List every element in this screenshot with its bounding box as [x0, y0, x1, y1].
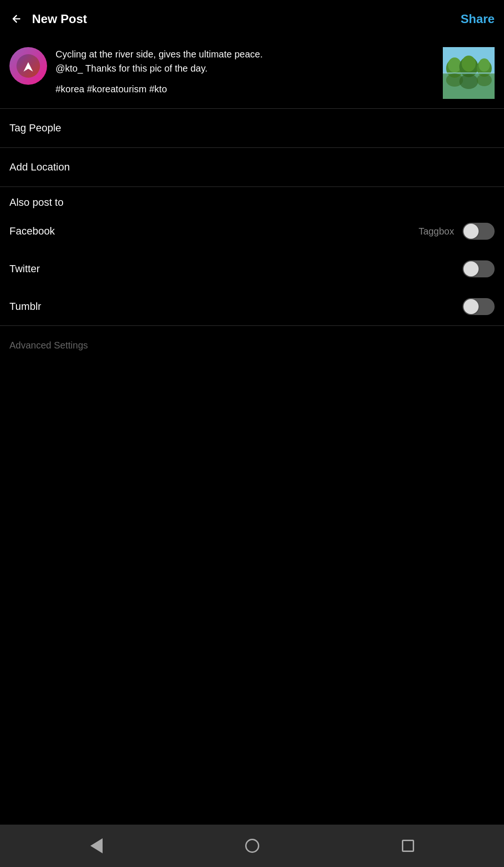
svg-point-6 — [462, 56, 476, 72]
facebook-toggle-knob — [464, 224, 479, 239]
tumblr-row: Tumblr — [9, 288, 495, 325]
header: New Post Share — [0, 0, 504, 38]
svg-point-4 — [448, 57, 461, 73]
post-preview: Cycling at the river side, gives the ult… — [0, 38, 504, 108]
also-post-section: Also post to Facebook Taggbox Twitter Tu… — [0, 187, 504, 325]
svg-rect-13 — [443, 73, 495, 73]
twitter-toggle-knob — [464, 261, 479, 276]
home-circle-icon — [245, 839, 259, 853]
post-hashtags: #korea #koreatourism #kto — [56, 84, 434, 95]
facebook-label: Facebook — [9, 225, 55, 237]
svg-point-12 — [477, 74, 492, 86]
advanced-settings-label: Advanced Settings — [9, 340, 88, 350]
tumblr-toggle-knob — [464, 299, 479, 314]
twitter-row: Twitter — [9, 250, 495, 288]
svg-point-11 — [459, 74, 478, 89]
advanced-settings-section[interactable]: Advanced Settings — [0, 326, 504, 825]
page-title: New Post — [32, 12, 461, 26]
facebook-toggle[interactable] — [463, 223, 495, 240]
also-post-label: Also post to — [9, 196, 495, 209]
svg-marker-0 — [24, 62, 33, 72]
avatar — [9, 47, 47, 85]
nav-back-button[interactable] — [90, 838, 103, 853]
add-location-label: Add Location — [9, 161, 70, 173]
tumblr-toggle[interactable] — [463, 298, 495, 315]
tag-people-row[interactable]: Tag People — [0, 109, 504, 147]
tag-people-label: Tag People — [9, 122, 61, 134]
twitter-label: Twitter — [9, 263, 40, 275]
share-button[interactable]: Share — [461, 12, 495, 26]
post-text: Cycling at the river side, gives the ult… — [56, 47, 434, 95]
recent-square-icon — [402, 840, 414, 852]
facebook-row: Facebook Taggbox — [9, 212, 495, 250]
facebook-right: Taggbox — [418, 223, 495, 240]
post-thumbnail — [443, 47, 495, 99]
bottom-nav — [0, 825, 504, 867]
post-caption: Cycling at the river side, gives the ult… — [56, 47, 434, 75]
add-location-row[interactable]: Add Location — [0, 148, 504, 186]
nav-home-button[interactable] — [245, 839, 259, 853]
svg-point-8 — [479, 58, 490, 72]
taggbox-label: Taggbox — [418, 226, 454, 237]
back-triangle-icon — [90, 838, 103, 853]
tumblr-label: Tumblr — [9, 300, 41, 313]
nav-recent-button[interactable] — [402, 840, 414, 852]
twitter-toggle[interactable] — [463, 260, 495, 277]
back-button[interactable] — [9, 12, 24, 26]
